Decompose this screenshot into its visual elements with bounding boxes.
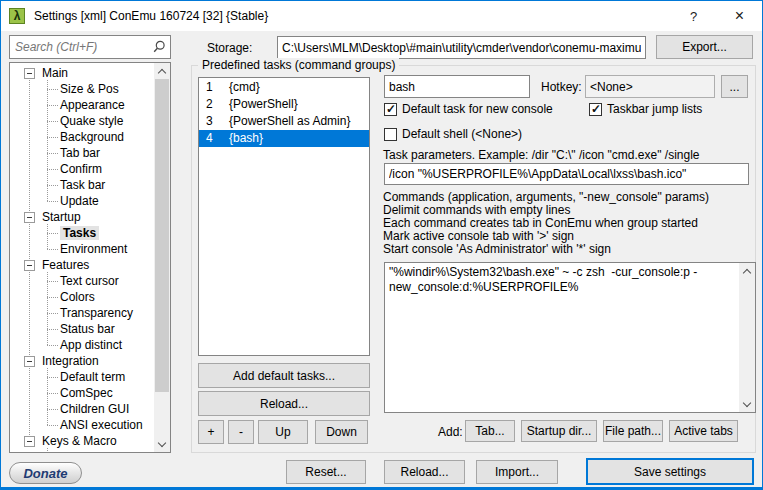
settings-window: λ Settings [xml] ConEmu 160724 [32] {Sta… xyxy=(0,0,763,490)
search-input[interactable] xyxy=(9,35,171,59)
tree-node-update[interactable]: Update xyxy=(10,193,153,209)
tree-node-status-bar[interactable]: Status bar xyxy=(10,321,153,337)
hint-line: Start console 'As Administrator' with '*… xyxy=(383,243,709,256)
checkbox-checked-icon[interactable] xyxy=(384,103,397,116)
reset-button[interactable]: Reset... xyxy=(286,460,366,484)
add-startup-dir-button[interactable]: Startup dir... xyxy=(521,420,597,442)
collapse-icon[interactable] xyxy=(24,68,35,79)
search-icon xyxy=(153,40,166,53)
commands-text[interactable]: "%windir%\System32\bash.exe" ~ -c zsh -c… xyxy=(389,265,735,410)
commands-editor[interactable]: "%windir%\System32\bash.exe" ~ -c zsh -c… xyxy=(384,262,756,413)
tree-node-transparency[interactable]: Transparency xyxy=(10,305,153,321)
tree-node-confirm[interactable]: Confirm xyxy=(10,161,153,177)
commands-scrollbar[interactable] xyxy=(739,263,755,412)
add-label: Add: xyxy=(438,425,463,439)
search-box xyxy=(9,35,171,59)
scroll-up-icon[interactable] xyxy=(739,263,755,279)
collapse-icon[interactable] xyxy=(24,260,35,271)
tree-node-tasks[interactable]: Tasks xyxy=(10,225,153,241)
task-list-item[interactable]: 1{cmd} xyxy=(199,79,369,96)
donate-button[interactable]: Donate xyxy=(9,462,82,484)
settings-tree: Main Size & Pos Appearance Quake style B… xyxy=(9,62,171,453)
tree-node-integration[interactable]: Integration xyxy=(10,353,153,369)
tree-node-colors[interactable]: Colors xyxy=(10,289,153,305)
commands-hint-block: Commands (application, arguments, "-new_… xyxy=(383,191,709,256)
add-tab-button[interactable]: Tab... xyxy=(465,420,515,442)
title-bar[interactable]: λ Settings [xml] ConEmu 160724 [32] {Sta… xyxy=(1,1,762,31)
tree-section-features: Features Text cursor Colors Transparency… xyxy=(10,257,153,353)
tasks-listbox[interactable]: 1{cmd} 2{PowerShell} 3{PowerShell as Adm… xyxy=(198,77,370,356)
groupbox-title: Predefined tasks (command groups) xyxy=(198,58,399,72)
tree-node-quake-style[interactable]: Quake style xyxy=(10,113,153,129)
tree-section-main: Main Size & Pos Appearance Quake style B… xyxy=(10,65,153,209)
tree-node-text-cursor[interactable]: Text cursor xyxy=(10,273,153,289)
close-button[interactable]: × xyxy=(717,1,762,31)
tree-node-keys-macro[interactable]: Keys & Macro xyxy=(10,433,153,449)
tree-node-environment[interactable]: Environment xyxy=(10,241,153,257)
tree-section-keys-macro: Keys & Macro Keyboard xyxy=(10,433,153,453)
hotkey-field[interactable] xyxy=(585,75,715,98)
taskbar-jump-lists-checkbox[interactable]: Taskbar jump lists xyxy=(589,102,702,116)
scroll-down-icon[interactable] xyxy=(154,436,170,452)
window-title: Settings [xml] ConEmu 160724 [32] {Stabl… xyxy=(34,9,268,23)
tree-node-main[interactable]: Main xyxy=(10,65,153,81)
hotkey-more-button[interactable]: ... xyxy=(721,75,748,98)
tree-node-label: Main xyxy=(42,66,68,80)
add-active-tabs-button[interactable]: Active tabs xyxy=(669,420,738,442)
tree-scrollbar[interactable] xyxy=(154,63,170,452)
collapse-icon[interactable] xyxy=(24,436,35,447)
default-shell-checkbox[interactable]: Default shell (<None>) xyxy=(384,127,522,141)
tree-node-features[interactable]: Features xyxy=(10,257,153,273)
tree-node-tab-bar[interactable]: Tab bar xyxy=(10,145,153,161)
tree-section-integration: Integration Default term ComSpec Childre… xyxy=(10,353,153,433)
task-name-field[interactable] xyxy=(384,75,530,98)
move-down-button[interactable]: Down xyxy=(315,420,368,444)
tree-node-background[interactable]: Background xyxy=(10,129,153,145)
reload-tasks-button[interactable]: Reload... xyxy=(198,391,370,416)
collapse-icon[interactable] xyxy=(24,212,35,223)
add-task-button[interactable]: + xyxy=(198,420,224,444)
add-default-tasks-button[interactable]: Add default tasks... xyxy=(198,363,370,388)
tree-node-default-term[interactable]: Default term xyxy=(10,369,153,385)
export-button[interactable]: Export... xyxy=(656,35,753,59)
task-parameters-hint: Task parameters. Example: /dir "C:\" /ic… xyxy=(383,148,700,162)
tree-node-task-bar[interactable]: Task bar xyxy=(10,177,153,193)
tree-node-appearance[interactable]: Appearance xyxy=(10,97,153,113)
tree-node-children-gui[interactable]: Children GUI xyxy=(10,401,153,417)
help-button[interactable]: ? xyxy=(671,1,716,31)
hotkey-label: Hotkey: xyxy=(541,80,582,94)
scrollbar-thumb[interactable] xyxy=(155,79,169,392)
checkbox-unchecked-icon[interactable] xyxy=(384,128,397,141)
scroll-up-icon[interactable] xyxy=(154,63,170,79)
task-list-item[interactable]: 3{PowerShell as Admin} xyxy=(199,113,369,130)
scroll-down-icon[interactable] xyxy=(739,396,755,412)
checkbox-checked-icon[interactable] xyxy=(589,103,602,116)
reload-settings-button[interactable]: Reload... xyxy=(384,460,465,484)
task-list-item-selected[interactable]: 4{bash} xyxy=(199,130,369,147)
tree-node-keyboard[interactable]: Keyboard xyxy=(10,449,153,453)
task-list-item[interactable]: 2{PowerShell} xyxy=(199,96,369,113)
conemu-lambda-icon: λ xyxy=(9,8,25,24)
storage-label: Storage: xyxy=(207,41,252,55)
tree-node-startup[interactable]: Startup xyxy=(10,209,153,225)
tree-node-ansi-execution[interactable]: ANSI execution xyxy=(10,417,153,433)
collapse-icon[interactable] xyxy=(24,356,35,367)
tree-node-size-pos[interactable]: Size & Pos xyxy=(10,81,153,97)
save-settings-button[interactable]: Save settings xyxy=(586,458,754,485)
remove-task-button[interactable]: - xyxy=(228,420,254,444)
move-up-button[interactable]: Up xyxy=(258,420,308,444)
add-file-path-button[interactable]: File path... xyxy=(603,420,663,442)
tree-section-startup: Startup Tasks Environment xyxy=(10,209,153,257)
tree-node-app-distinct[interactable]: App distinct xyxy=(10,337,153,353)
default-task-checkbox[interactable]: Default task for new console xyxy=(384,102,553,116)
storage-path-field[interactable] xyxy=(277,36,646,59)
task-parameters-field[interactable] xyxy=(384,163,749,185)
import-button[interactable]: Import... xyxy=(476,460,558,484)
tree-node-comspec[interactable]: ComSpec xyxy=(10,385,153,401)
